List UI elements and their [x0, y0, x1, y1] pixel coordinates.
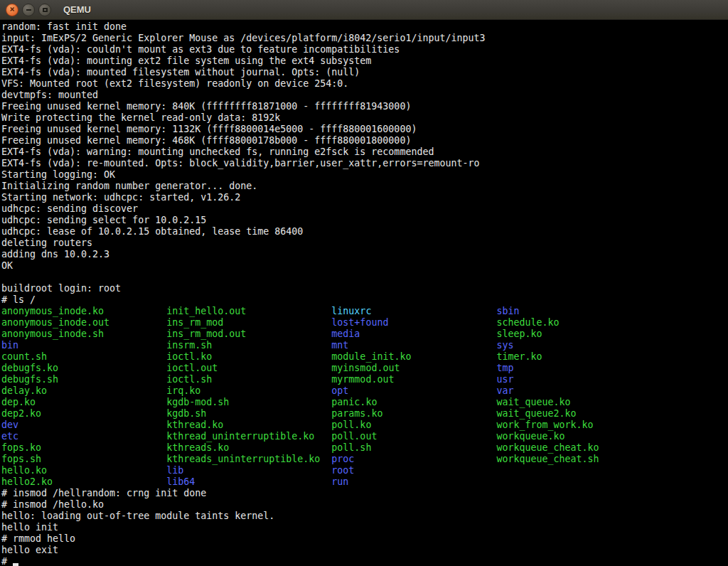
terminal-line: # insmod /hellrandom: crng init done [1, 488, 728, 499]
qemu-window: × QEMU random: fast init doneinput: ImEx… [0, 0, 728, 566]
maximize-button[interactable] [38, 4, 51, 16]
terminal-line: Starting logging: OK [1, 169, 728, 181]
terminal-line: Freeing unused kernel memory: 468K (ffff… [1, 135, 728, 146]
terminal-line: Write protecting the kernel read-only da… [1, 112, 728, 124]
terminal-line: delay.ko irq.ko opt var [1, 385, 728, 397]
terminal-line: Initializing random number generator... … [1, 181, 728, 192]
terminal-line: hello2.ko lib64 run [1, 476, 728, 488]
terminal-line: EXT4-fs (vda): re-mounted. Opts: block_v… [1, 158, 728, 169]
terminal-line: EXT4-fs (vda): mounted filesystem withou… [1, 67, 728, 78]
terminal-line: EXT4-fs (vda): warning: mounting uncheck… [1, 146, 728, 158]
window-titlebar: × QEMU [0, 0, 728, 20]
close-button[interactable]: × [6, 4, 18, 16]
terminal-line: EXT4-fs (vda): couldn't mount as ext3 du… [1, 44, 728, 55]
terminal-line: deleting routers [1, 237, 728, 249]
terminal-cursor [13, 557, 18, 566]
terminal-line: # rmmod hello [1, 533, 728, 545]
terminal-line: hello exit [1, 545, 728, 556]
terminal-line: anonymous_inode.out ins_rm_mod lost+foun… [1, 317, 728, 329]
terminal-line: # insmod /hello.ko [1, 499, 728, 511]
terminal-line: EXT4-fs (vda): mounting ext2 file system… [1, 55, 728, 67]
terminal-line: udhcpc: sending discover [1, 203, 728, 215]
terminal-line: fops.sh kthreads_uninterruptible.ko proc… [1, 454, 728, 465]
terminal-line: Freeing unused kernel memory: 1132K (fff… [1, 124, 728, 135]
terminal-line: fops.ko kthreads.ko poll.sh workqueue_ch… [1, 442, 728, 454]
terminal-line: bin insrm.sh mnt sys [1, 340, 728, 351]
terminal-line: adding dns 10.0.2.3 [1, 249, 728, 260]
terminal-line: Freeing unused kernel memory: 840K (ffff… [1, 101, 728, 112]
terminal-line: devtmpfs: mounted [1, 90, 728, 101]
terminal-line: random: fast init done [1, 21, 728, 33]
terminal-line: etc kthread_uninterruptible.ko poll.out … [1, 431, 728, 442]
terminal-line: dep.ko kgdb-mod.sh panic.ko wait_queue.k… [1, 397, 728, 408]
terminal-line: dev kthread.ko poll.ko work_from_work.ko [1, 420, 728, 431]
terminal-line: anonymous_inode.ko init_hello.out linuxr… [1, 306, 728, 317]
terminal-line: hello init [1, 522, 728, 533]
minimize-icon [26, 9, 31, 11]
terminal-line: dep2.ko kgdb.sh params.ko wait_queue2.ko [1, 408, 728, 420]
terminal-line: debugfs.ko ioctl.out myinsmod.out tmp [1, 363, 728, 374]
terminal-line: # [1, 556, 728, 566]
terminal-line: udhcpc: sending select for 10.0.2.15 [1, 215, 728, 226]
terminal-line: input: ImExPS/2 Generic Explorer Mouse a… [1, 33, 728, 44]
terminal-line: hello.ko lib root [1, 465, 728, 476]
close-icon: × [9, 5, 14, 14]
window-title: QEMU [63, 4, 91, 15]
terminal-line: count.sh ioctl.ko module_init.ko timer.k… [1, 351, 728, 363]
terminal-line: anonymous_inode.sh ins_rm_mod.out media … [1, 329, 728, 340]
terminal-line: OK [1, 260, 728, 272]
maximize-icon [43, 8, 48, 12]
terminal-line: Starting network: udhcpc: started, v1.26… [1, 192, 728, 203]
terminal-line: # ls / [1, 294, 728, 306]
terminal-line [1, 272, 728, 283]
terminal-line: hello: loading out-of-tree module taints… [1, 511, 728, 522]
minimize-button[interactable] [22, 4, 35, 16]
terminal-line: debugfs.sh ioctl.sh myrmmod.out usr [1, 374, 728, 385]
terminal-line: udhcpc: lease of 10.0.2.15 obtained, lea… [1, 226, 728, 237]
terminal-line: buildroot login: root [1, 283, 728, 294]
terminal-line: VFS: Mounted root (ext2 filesystem) read… [1, 78, 728, 90]
terminal-screen[interactable]: random: fast init doneinput: ImExPS/2 Ge… [0, 20, 728, 566]
